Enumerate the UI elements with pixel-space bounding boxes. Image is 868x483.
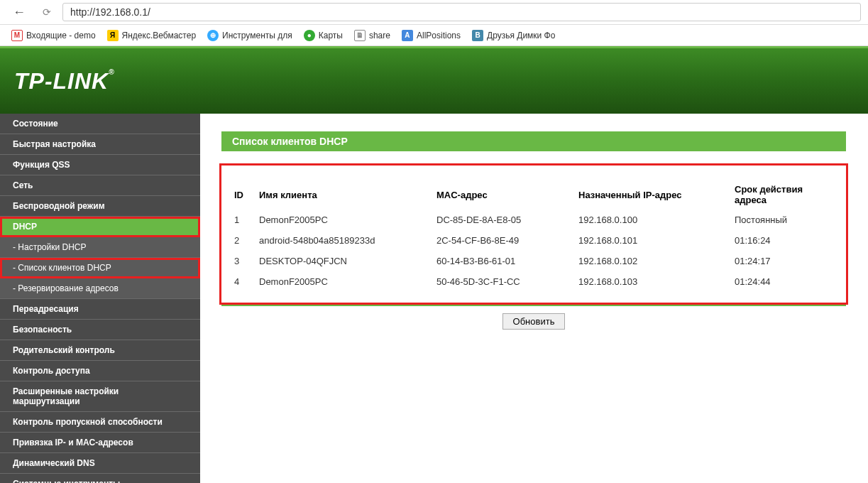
sidebar-item[interactable]: Привязка IP- и MAC-адресов <box>0 433 200 453</box>
cell-name: DemonF2005PC <box>253 271 431 292</box>
back-button[interactable]: ← <box>7 4 31 21</box>
sidebar-subitem[interactable]: - Настройки DHCP <box>0 237 200 258</box>
bookmark-label: Друзья Димки Фо <box>487 31 555 40</box>
bookmark-icon: M <box>11 30 23 41</box>
bookmark-icon: ⊕ <box>207 30 219 41</box>
reload-button[interactable]: ⟳ <box>38 5 55 19</box>
sidebar-item[interactable]: Контроль доступа <box>0 361 200 381</box>
cell-mac: 2C-54-CF-B6-8E-49 <box>431 230 573 251</box>
sidebar-item[interactable]: Безопасность <box>0 320 200 340</box>
panel-title: Список клиентов DHCP <box>221 131 846 151</box>
sidebar-subitem[interactable]: - Список клиентов DHCP <box>0 258 200 278</box>
cell-ip: 192.168.0.100 <box>573 210 729 230</box>
cell-name: DESKTOP-04QFJCN <box>253 251 431 271</box>
bookmark-icon: A <box>402 30 413 41</box>
logo: TP-LINK® <box>14 68 115 94</box>
sidebar-item[interactable]: DHCP <box>0 217 200 237</box>
bookmark-label: share <box>369 31 390 40</box>
sidebar-item[interactable]: Функция QSS <box>0 155 200 175</box>
bookmarks-bar: MВходящие - demoЯЯндекс.Вебмастер⊕Инстру… <box>0 25 868 46</box>
dhcp-client-table-container: ID Имя клиента MAC-адрес Назначенный IP-… <box>221 165 846 303</box>
bookmark-label: Входящие - demo <box>26 31 96 40</box>
header-id: ID <box>229 180 253 210</box>
bookmark-item[interactable]: 🗎share <box>350 28 395 43</box>
bookmark-icon: Я <box>107 30 119 41</box>
header-name: Имя клиента <box>253 180 431 210</box>
sidebar-item[interactable]: Контроль пропускной способности <box>0 412 200 433</box>
cell-mac: 60-14-B3-B6-61-01 <box>431 251 573 271</box>
cell-ip: 192.168.0.101 <box>573 230 729 251</box>
table-row: 2android-548b04a85189233d2C-54-CF-B6-8E-… <box>229 230 839 251</box>
url-input[interactable]: http://192.168.0.1/ <box>62 3 861 21</box>
bookmark-label: Карты <box>319 31 343 40</box>
cell-id: 3 <box>229 251 253 271</box>
cell-id: 2 <box>229 230 253 251</box>
cell-ip: 192.168.0.102 <box>573 251 729 271</box>
cell-lease: 01:24:44 <box>729 271 839 292</box>
cell-mac: DC-85-DE-8A-E8-05 <box>431 210 573 230</box>
table-row: 3DESKTOP-04QFJCN60-14-B3-B6-61-01192.168… <box>229 251 839 271</box>
table-row: 1DemonF2005PCDC-85-DE-8A-E8-05192.168.0.… <box>229 210 839 230</box>
bookmark-item[interactable]: BДрузья Димки Фо <box>468 28 559 43</box>
bookmark-item[interactable]: MВходящие - demo <box>7 28 100 43</box>
sidebar-item[interactable]: Родительский контроль <box>0 340 200 361</box>
bookmark-icon: ● <box>304 30 315 41</box>
cell-name: DemonF2005PC <box>253 210 431 230</box>
header-lease: Срок действия адреса <box>729 180 839 210</box>
bookmark-item[interactable]: ●Карты <box>300 28 347 43</box>
header-mac: MAC-адрес <box>431 180 573 210</box>
bookmark-item[interactable]: AAllPositions <box>397 28 465 43</box>
bookmark-icon: 🗎 <box>354 30 366 41</box>
header-banner: TP-LINK® <box>0 46 868 114</box>
sidebar-item[interactable]: Сеть <box>0 175 200 196</box>
content-area: Список клиентов DHCP ID Имя клиента MAC-… <box>200 114 868 483</box>
bookmark-item[interactable]: ЯЯндекс.Вебмастер <box>103 28 200 43</box>
cell-mac: 50-46-5D-3C-F1-CC <box>431 271 573 292</box>
cell-ip: 192.168.0.103 <box>573 271 729 292</box>
sidebar-item[interactable]: Расширенные настройки маршрутизации <box>0 381 200 412</box>
bookmark-label: AllPositions <box>417 31 461 40</box>
cell-lease: 01:16:24 <box>729 230 839 251</box>
bookmark-item[interactable]: ⊕Инструменты для <box>203 28 297 43</box>
sidebar-item[interactable]: Состояние <box>0 114 200 134</box>
sidebar-item[interactable]: Переадресация <box>0 299 200 320</box>
header-ip: Назначенный IP-адрес <box>573 180 729 210</box>
table-row: 4DemonF2005PC50-46-5D-3C-F1-CC192.168.0.… <box>229 271 839 292</box>
bookmark-icon: B <box>472 30 483 41</box>
bookmark-label: Яндекс.Вебмастер <box>122 31 196 40</box>
sidebar-item[interactable]: Беспроводной режим <box>0 196 200 217</box>
cell-id: 1 <box>229 210 253 230</box>
divider <box>221 305 846 306</box>
cell-id: 4 <box>229 271 253 292</box>
table-header-row: ID Имя клиента MAC-адрес Назначенный IP-… <box>229 180 839 210</box>
sidebar-item[interactable]: Быстрая настройка <box>0 134 200 155</box>
cell-lease: Постоянный <box>729 210 839 230</box>
refresh-button[interactable]: Обновить <box>502 313 566 330</box>
dhcp-client-table: ID Имя клиента MAC-адрес Назначенный IP-… <box>229 180 839 292</box>
browser-toolbar: ← ⟳ http://192.168.0.1/ <box>0 0 868 25</box>
sidebar-item[interactable]: Динамический DNS <box>0 453 200 474</box>
cell-lease: 01:24:17 <box>729 251 839 271</box>
sidebar-subitem[interactable]: - Резервирование адресов <box>0 278 200 299</box>
sidebar-item[interactable]: Системные инструменты <box>0 474 200 483</box>
cell-name: android-548b04a85189233d <box>253 230 431 251</box>
sidebar: СостояниеБыстрая настройкаФункция QSSСет… <box>0 114 200 483</box>
bookmark-label: Инструменты для <box>222 31 292 40</box>
